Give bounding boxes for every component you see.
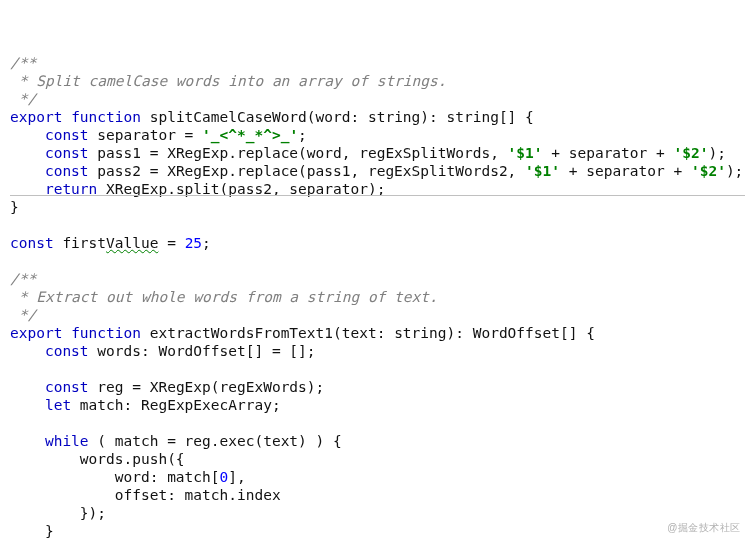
code-token: );	[708, 145, 725, 161]
code-token: const	[45, 163, 89, 179]
code-token	[10, 397, 45, 413]
code-token: words.push({	[10, 451, 185, 467]
code-token	[10, 145, 45, 161]
code-line: words.push({	[10, 450, 745, 468]
code-token	[10, 217, 19, 233]
code-token	[10, 379, 45, 395]
code-token	[62, 109, 71, 125]
code-editor: /** * Split camelCase words into an arra…	[0, 0, 745, 539]
watermark: @掘金技术社区	[667, 519, 741, 537]
code-token: offset: match.index	[10, 487, 281, 503]
code-token: splitCamelCaseWord(word: string): string…	[141, 109, 534, 125]
code-token: pass1 = XRegExp.replace(word, regExSplit…	[89, 145, 508, 161]
code-line: const firstVallue = 25;	[10, 234, 745, 252]
code-token: first	[54, 235, 106, 251]
code-token	[10, 343, 45, 359]
code-token	[62, 325, 71, 341]
code-token: 25	[185, 235, 202, 251]
code-line: const reg = XRegExp(regExWords);	[10, 378, 745, 396]
code-token: + separator +	[543, 145, 674, 161]
code-token: '$2'	[691, 163, 726, 179]
code-token: words: WordOffset[] = [];	[89, 343, 316, 359]
code-token: separator =	[89, 127, 203, 143]
code-token: ( match = reg.exec(text) ) {	[89, 433, 342, 449]
code-token: pass2 = XRegExp.replace(pass1, regExSpli…	[89, 163, 526, 179]
code-line	[10, 414, 745, 432]
code-line: /**	[10, 54, 745, 72]
code-token: while	[45, 433, 89, 449]
code-line: export function splitCamelCaseWord(word:…	[10, 108, 745, 126]
code-token: '_<^*_*^>_'	[202, 127, 298, 143]
code-token: reg = XRegExp(regExWords);	[89, 379, 325, 395]
code-token: function	[71, 325, 141, 341]
code-line: * Extract out whole words from a string …	[10, 288, 745, 306]
code-line: const words: WordOffset[] = [];	[10, 342, 745, 360]
code-token: ;	[202, 235, 211, 251]
code-token: }	[10, 199, 19, 215]
code-token: ],	[228, 469, 245, 485]
code-token: word: match[	[10, 469, 220, 485]
code-token: export	[10, 109, 62, 125]
code-token: match: RegExpExecArray;	[71, 397, 281, 413]
code-token: export	[10, 325, 62, 341]
code-line: }	[10, 522, 745, 539]
code-token: const	[45, 379, 89, 395]
code-token: /**	[10, 55, 36, 71]
code-token: const	[45, 343, 89, 359]
code-token: + separator +	[560, 163, 691, 179]
code-token: extractWordsFromText1(text: string): Wor…	[141, 325, 595, 341]
code-line: */	[10, 90, 745, 108]
code-token: 0	[220, 469, 229, 485]
code-line	[10, 216, 745, 234]
code-line: /**	[10, 270, 745, 288]
code-line: * Split camelCase words into an array of…	[10, 72, 745, 90]
code-line: const pass2 = XRegExp.replace(pass1, reg…	[10, 162, 745, 180]
code-token: const	[45, 127, 89, 143]
code-token: let	[45, 397, 71, 413]
code-token: * Split camelCase words into an array of…	[10, 73, 447, 89]
code-token: =	[158, 235, 184, 251]
code-token	[10, 127, 45, 143]
code-line: */	[10, 306, 745, 324]
code-token: ;	[298, 127, 307, 143]
code-token: const	[45, 145, 89, 161]
code-line: });	[10, 504, 745, 522]
code-token	[10, 163, 45, 179]
code-token: '$2'	[673, 145, 708, 161]
code-token	[10, 433, 45, 449]
code-token: /**	[10, 271, 36, 287]
code-token	[10, 253, 19, 269]
code-line: const separator = '_<^*_*^>_';	[10, 126, 745, 144]
code-line: }	[10, 198, 745, 216]
code-line: while ( match = reg.exec(text) ) {	[10, 432, 745, 450]
code-line: export function extractWordsFromText1(te…	[10, 324, 745, 342]
code-token: */	[10, 91, 36, 107]
code-line: word: match[0],	[10, 468, 745, 486]
code-token: '$1'	[525, 163, 560, 179]
code-token	[10, 361, 19, 377]
code-token: '$1'	[508, 145, 543, 161]
code-line: let match: RegExpExecArray;	[10, 396, 745, 414]
code-line: const pass1 = XRegExp.replace(word, regE…	[10, 144, 745, 162]
code-token: });	[10, 505, 106, 521]
code-line	[10, 360, 745, 378]
code-token: function	[71, 109, 141, 125]
code-token: */	[10, 307, 36, 323]
code-token: }	[10, 523, 54, 539]
code-token: const	[10, 235, 54, 251]
separator-rule	[10, 195, 745, 196]
code-token: );	[726, 163, 743, 179]
code-token	[10, 415, 19, 431]
code-line	[10, 252, 745, 270]
code-token: Vallue	[106, 235, 158, 251]
code-line: offset: match.index	[10, 486, 745, 504]
code-token: * Extract out whole words from a string …	[10, 289, 438, 305]
